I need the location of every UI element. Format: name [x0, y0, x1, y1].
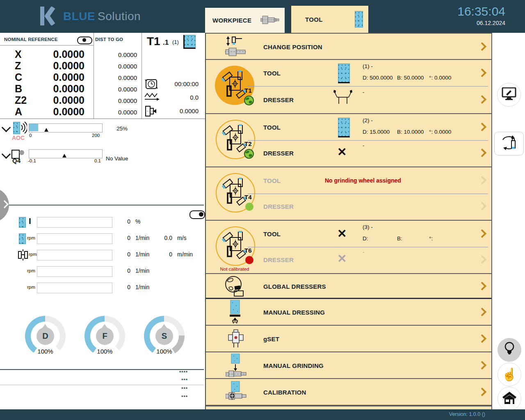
axis-name: Z — [15, 60, 36, 72]
wheel-speed-value: 0.0 — [158, 235, 172, 241]
manual-mode-button[interactable]: ☝ — [498, 363, 521, 386]
q4-min-label: -0.1 — [28, 158, 36, 163]
spindle-2-value: 0 — [115, 284, 130, 290]
not-calibrated-note: Not calibrated — [206, 267, 263, 272]
side-panel-expand-handle[interactable] — [0, 188, 9, 222]
wheel-rpm-input[interactable] — [37, 233, 112, 244]
chevron-right-icon — [478, 334, 486, 343]
menu-item-manual-dressing[interactable]: MANUAL DRESSING — [206, 299, 491, 325]
manual-grinding-icon — [226, 354, 247, 379]
gauge-spindle-override[interactable]: S 100% — [144, 316, 185, 363]
tool-change-rotate-button[interactable] — [494, 132, 524, 155]
gauge-hub: D — [37, 327, 54, 345]
dresser-value: - — [363, 142, 365, 148]
reference-toggle[interactable] — [77, 37, 92, 44]
gauge-dressing-override[interactable]: D 100% — [25, 316, 66, 363]
chevron-right-icon — [478, 68, 486, 77]
axis-row: Z2 0.0000 — [0, 94, 94, 106]
tool-diameter: D: 15.0000 — [363, 129, 390, 135]
active-wheel-icon — [183, 35, 196, 49]
tool-angle: °: 0.0000 — [429, 129, 451, 135]
axis-row: C 0.0000 — [0, 71, 94, 83]
chevron-right-icon — [478, 42, 486, 51]
workpiece-shaft-icon — [260, 14, 279, 27]
infeed-wheel-icon — [19, 217, 26, 228]
spindle-1-unit: 1/min — [135, 267, 149, 274]
wheel-rpm-value: 0 — [115, 235, 130, 241]
menu-item-change-position[interactable]: CHANGE POSITION — [206, 34, 491, 59]
tool-slot-line: (3) - — [363, 224, 373, 230]
screen-edit-button[interactable] — [497, 83, 521, 107]
tool-row-label: TOOL — [263, 231, 281, 237]
masked-status-value: **** — [152, 370, 188, 375]
aoc-slider-marker[interactable] — [44, 128, 48, 132]
chevron-right-icon — [478, 176, 486, 185]
gauge-value: 100% — [144, 348, 185, 355]
tool-width: B: — [397, 235, 402, 242]
tab-tool[interactable]: TOOL — [291, 6, 368, 33]
masked-status-value: *** — [152, 386, 188, 391]
q4-slider-marker[interactable] — [62, 154, 66, 158]
dist-value: 0.0000 — [95, 60, 137, 71]
menu-item-manual-grinding[interactable]: MANUAL GRINDING — [206, 352, 491, 378]
tool-diameter: D: 500.0000 — [363, 75, 393, 81]
infeed-input[interactable] — [37, 217, 112, 228]
t4-dresser-row[interactable]: DRESSER — [259, 194, 491, 219]
tab-workpiece[interactable]: WORKPIECE — [205, 8, 285, 33]
aoc-slider[interactable] — [29, 123, 103, 132]
t6-tool-row[interactable]: TOOL ✕ (3) - D: B: °: — [259, 221, 491, 247]
axis-nominal-value: 0.0000 — [36, 60, 84, 72]
spindle-1-rpm-label: rpm — [27, 268, 35, 273]
active-tool-id: T1 — [147, 35, 160, 48]
home-button[interactable] — [498, 387, 521, 411]
aoc-label: AOC — [12, 135, 25, 141]
t2-dresser-row[interactable]: DRESSER ✕ - — [259, 141, 491, 166]
brand-k-logo-icon — [40, 7, 59, 27]
spindle-2-unit: 1/min — [135, 284, 149, 290]
override-toggle[interactable] — [189, 210, 205, 219]
status-ok-dot — [245, 203, 253, 211]
gauge-feed-override[interactable]: F 100% — [84, 316, 125, 363]
chevron-right-icon — [478, 148, 486, 157]
t1-tool-row[interactable]: TOOL (1) - D: 500.0000 B: 50.0000 °: 0.0… — [259, 60, 491, 86]
t6-dresser-row[interactable]: DRESSER ✕ - — [259, 247, 491, 273]
workpiece-rpm-input[interactable] — [37, 250, 112, 260]
q4-max-label: 0.1 — [94, 158, 101, 163]
no-dresser-x-icon: ✕ — [337, 253, 347, 265]
tool-width: B: 50.0000 — [397, 75, 424, 81]
feed-value: 0.0 — [166, 94, 199, 101]
brand-name-bold: BLUE — [63, 10, 95, 23]
wheel-rpm-label: rpm — [27, 235, 35, 240]
spindle-1-input[interactable] — [37, 266, 112, 277]
turret-icon — [222, 178, 248, 209]
t2-tool-row[interactable]: TOOL (2) - D: 15.0000 B: 10.0000 °: 0.00… — [259, 114, 491, 140]
axis-row: X 0.0000 — [0, 48, 94, 60]
t1-dresser-row[interactable]: DRESSER - — [259, 87, 491, 112]
axis-name: C — [15, 71, 36, 83]
active-tool-ext: .1 — [163, 39, 169, 47]
workpiece-rpm-value: 0 — [115, 251, 130, 258]
tool-group-t1: T1 TOOL (1) - D: 500.0000 B: 50.0000 °: … — [206, 60, 491, 113]
clock-time: 16:35:04 — [423, 5, 505, 18]
q4-expand-chevron-down-icon[interactable] — [2, 150, 11, 159]
dist-value: 0.0000 — [95, 71, 137, 83]
dist-value: 0.0000 — [95, 83, 137, 94]
menu-item-gset[interactable]: gSET — [206, 326, 491, 352]
aoc-expand-chevron-down-icon[interactable] — [2, 123, 11, 132]
menu-item-global-dressers[interactable]: GLOBAL DRESSERS — [206, 274, 491, 298]
axis-nominal-value: 0.0000 — [36, 48, 84, 60]
masked-status-value: *** — [152, 378, 188, 383]
axis-name: A — [15, 106, 36, 118]
spindle-2-input[interactable] — [37, 283, 112, 293]
tab-workpiece-label: WORKPIECE — [212, 17, 251, 24]
masked-status-value: *** — [152, 395, 188, 399]
machine-light-button[interactable] — [498, 338, 521, 362]
aoc-waves-icon — [21, 121, 27, 135]
clock: 16:35:04 06.12.2024 — [423, 5, 505, 26]
status-error-dot — [245, 256, 253, 264]
q4-value: No Value — [106, 155, 128, 162]
dresser-row-label: DRESSER — [263, 96, 294, 103]
t4-tool-row[interactable]: TOOL No grinding wheel assigned — [259, 167, 491, 194]
tab-tool-label: TOOL — [305, 16, 323, 23]
menu-item-calibration[interactable]: CALIBRATION — [206, 379, 491, 405]
